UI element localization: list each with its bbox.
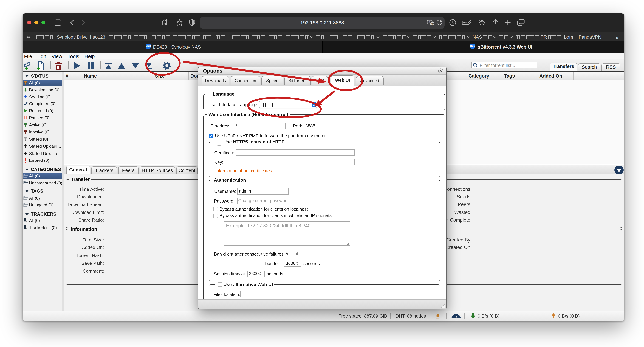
svg-text:A: A bbox=[428, 20, 430, 23]
svg-text:文: 文 bbox=[432, 22, 434, 25]
